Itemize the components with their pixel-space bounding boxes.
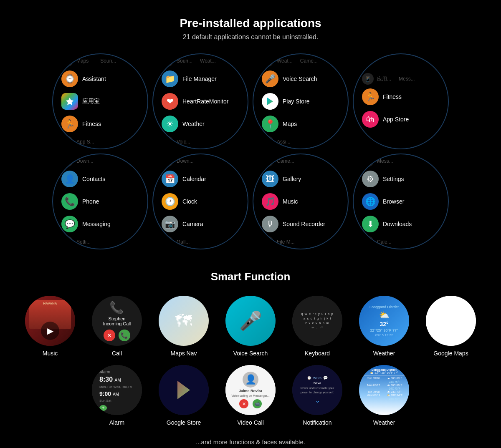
app-label-camera: Camera [182,221,203,227]
app-label-clock: Clock [182,198,197,205]
app-label-heartrate: HeartRateMonitor [182,98,229,105]
ghost-icon-10: ⬇ [162,155,173,167]
smart-item-gstore: Google Store [154,365,213,426]
smart-circle-keyboard: q w e r t y u i o p a s d f g h j k l z … [292,296,342,346]
watch-circle-4: 📱 应用... Mess... 🏃 Fitness 🛍 App Store [353,53,449,149]
smart-circle-alarm: Alarm 8:30 AM Mon,Tue,Wed,Thu,Fri 9:00 A… [92,365,142,415]
smart-circle-voice: 🎤 [225,296,276,346]
smart-label-gstore: Google Store [167,419,201,426]
watch-circle-3: 🌤 Weat... Came... 🎤 Voice Search Play St… [253,53,349,149]
app-row-gallery: 🖼 Gallery [262,171,339,187]
smart-item-weather2: Longgand District ⛅ 32° / 25° 90°F 77° S… [355,365,413,426]
ghost-icon-4: 🎤 [162,136,173,148]
smart-label-weather: Weather [373,350,395,357]
smart-item-videocall: 👤 Jaime Rovira Video calling on Messenge… [221,365,280,426]
app-icon-gallery: 🖼 [262,171,278,187]
ghost-icon-2: 📱 [61,136,73,148]
app-label-maps: Maps [283,121,297,127]
smart-circle-music: HAVANA ▶ [25,296,75,346]
ghost-icon-15: 📅 [362,236,374,248]
app-label-appstore: App Store [383,116,409,123]
watch-circle-5: ⬇ Down... 👤 Contacts 📞 Phone 💬 Messaging… [52,154,148,249]
smart-function-section: Smart Function HAVANA ▶ Music 📞 StephenI… [0,270,501,426]
app-icon-soundrecorder: 🎙 [262,216,278,232]
svg-marker-3 [177,381,190,399]
app-row-assistant: ⌚ Assistant [61,70,139,87]
ghost-icon: 🗺 [61,55,73,67]
smart-item-music: HAVANA ▶ Music [21,296,79,357]
app-row-clock: 🕐 Clock [162,193,239,210]
app-label-gallery: Gallery [283,176,301,182]
app-label-voicesearch: Voice Search [283,76,317,82]
smart-circle-gstore [159,365,209,415]
app-row-heartrate: ❤ HeartRateMonitor [162,93,239,110]
app-row-settings: ⚙ Settings [362,171,440,187]
app-icon-messaging: 💬 [61,216,78,232]
app-label-fitness1: Fitness [82,121,101,127]
svg-marker-0 [66,98,73,105]
app-label-browser: Browser [383,198,404,205]
smart-circle-notification: ⌚ Watch 💬 Silva Never underestimate your… [292,365,342,415]
ghost-icon-14: 💬 [362,155,374,167]
app-row-voicesearch: 🎤 Voice Search [262,70,339,87]
app-icon-voicesearch: 🎤 [262,70,278,87]
ghost-icon-9: ⚙ [61,236,73,248]
app-icon-fitness2: 🏃 [362,88,379,105]
smart-item-keyboard: q w e r t y u i o p a s d f g h j k l z … [288,296,347,357]
smart-circle-gmaps: 🗺 [426,296,476,346]
smart-item-call: 📞 StephenIncoming Call ✕ 📞 Call [88,296,146,357]
app-icon-heartrate: ❤ [162,93,178,110]
app-label-soundrecorder: Sound Recorder [283,221,325,227]
app-icon-music: 🎵 [262,193,278,210]
app-row-filemanager: 📁 File Manager [162,70,239,87]
app-label-music: Music [283,198,298,205]
app-label-settings: Settings [383,176,404,182]
app-icon-downloads: ⬇ [362,216,379,232]
svg-marker-1 [267,98,273,105]
app-row-soundrecorder: 🎙 Sound Recorder [262,216,339,232]
smart-title: Smart Function [0,270,501,283]
smart-label-videocall: Video Call [237,419,264,426]
smart-circle-maps: 🗺 [159,296,209,346]
ghost-icon-3: 🔊 [162,55,173,67]
app-label-yingyongbao: 应用宝 [82,98,100,105]
app-label-assistant: Assistant [82,76,106,82]
app-icon-camera: 📷 [162,216,178,232]
app-icon-clock: 🕐 [162,193,178,210]
smart-label-keyboard: Keyboard [305,350,330,357]
app-icon-assistant: ⌚ [61,70,78,87]
page-subtitle: 21 default applications cannot be uninst… [0,33,501,41]
app-icon-playstore [262,93,278,110]
app-label-phone: Phone [82,198,99,205]
app-icon-phone: 📞 [61,193,78,210]
app-label-fitness2: Fitness [383,93,402,100]
app-row-camera: 📷 Camera [162,216,239,232]
watch-circle-2: 🔊 Soun... Weat... 📁 File Manager ❤ Heart… [152,53,248,149]
watch-circle-6: ⬇ Down... 📅 Calendar 🕐 Clock 📷 Camera 🖼 … [152,154,248,249]
watches-grid: 🗺 Maps Soun... ⌚ Assistant 应用宝 🏃 Fitness… [0,41,501,254]
smart-label-music: Music [43,350,58,357]
app-row-messaging: 💬 Messaging [61,216,139,232]
ghost-icon-13: 📁 [262,236,273,248]
app-icon-contacts: 👤 [61,171,78,187]
ghost-icon-6: ⌚ [262,136,273,148]
smart-item-voice: 🎤 Voice Search [221,296,280,357]
smart-item-maps: 🗺 Maps Nav [154,296,213,357]
page-title: Pre-installed applications [0,0,501,30]
footer-text: ...and more functions & faces available. [0,426,501,448]
ghost-icon-7: 📱 [362,73,374,85]
app-icon-settings: ⚙ [362,171,379,187]
smart-item-weather: Longgand District ⛅ 32° 32°/25° 90°F 77°… [355,296,413,357]
ghost-icon-11: 🖼 [162,236,173,248]
app-icon-weather: ☀ [162,116,178,132]
ghost-icon-8: ⬇ [61,155,73,167]
smart-circle-videocall: 👤 Jaime Rovira Video calling on Messenge… [225,365,276,415]
smart-label-notification: Notification [303,419,331,426]
app-icon-yingyongbao [61,93,78,110]
app-row-contacts: 👤 Contacts [61,171,139,187]
app-row-appstore: 🛍 App Store [362,111,440,128]
app-row-fitness2: 🏃 Fitness [362,88,440,105]
smart-item-gmaps: 🗺 Google Maps [422,296,480,357]
app-label-calendar: Calendar [182,176,206,182]
smart-circle-call: 📞 StephenIncoming Call ✕ 📞 [92,296,142,346]
